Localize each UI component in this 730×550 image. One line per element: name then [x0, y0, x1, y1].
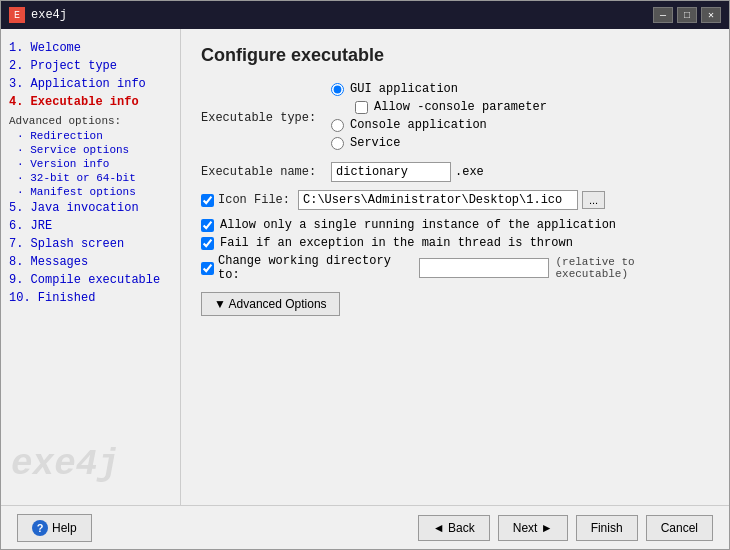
radio-gui-input[interactable] — [331, 83, 344, 96]
sidebar-item-splash-screen[interactable]: 7. Splash screen — [9, 235, 172, 253]
close-button[interactable]: ✕ — [701, 7, 721, 23]
window-body: 1. Welcome 2. Project type 3. Applicatio… — [1, 29, 729, 505]
executable-type-label: Executable type: — [201, 111, 331, 125]
bottom-bar: ? Help ◄ Back Next ► Finish Cancel — [1, 505, 729, 549]
allow-console-option: Allow -console parameter — [355, 100, 547, 114]
sidebar: 1. Welcome 2. Project type 3. Applicatio… — [1, 29, 181, 505]
icon-file-input[interactable] — [298, 190, 578, 210]
radio-console-option: Console application — [331, 118, 547, 132]
executable-name-row: Executable name: .exe — [201, 162, 709, 182]
sidebar-section-label: Advanced options: — [9, 115, 172, 127]
working-dir-label: Change working directory to: — [218, 254, 413, 282]
browse-button[interactable]: ... — [582, 191, 605, 209]
sidebar-item-exec-info[interactable]: 4. Executable info — [9, 93, 172, 111]
icon-file-container: Icon File: — [201, 193, 298, 207]
icon-file-label: Icon File: — [218, 193, 298, 207]
sidebar-item-compile-exec[interactable]: 9. Compile executable — [9, 271, 172, 289]
fail-exception-row: Fail if an exception in the main thread … — [201, 236, 709, 250]
help-icon: ? — [32, 520, 48, 536]
radio-service-label: Service — [350, 136, 400, 150]
sidebar-item-welcome[interactable]: 1. Welcome — [9, 39, 172, 57]
advanced-options-button[interactable]: ▼ Advanced Options — [201, 292, 340, 316]
sidebar-sub-32-64-bit[interactable]: · 32-bit or 64-bit — [9, 171, 172, 185]
help-button[interactable]: ? Help — [17, 514, 92, 542]
sidebar-item-finished[interactable]: 10. Finished — [9, 289, 172, 307]
relative-label: (relative to executable) — [555, 256, 709, 280]
maximize-button[interactable]: □ — [677, 7, 697, 23]
radio-gui-label: GUI application — [350, 82, 458, 96]
executable-name-label: Executable name: — [201, 165, 331, 179]
watermark: exe4j — [11, 444, 119, 485]
exe-suffix: .exe — [455, 165, 484, 179]
working-dir-input[interactable] — [419, 258, 549, 278]
executable-name-input[interactable] — [331, 162, 451, 182]
sidebar-sub-service-options[interactable]: · Service options — [9, 143, 172, 157]
cancel-button[interactable]: Cancel — [646, 515, 713, 541]
main-window: E exe4j — □ ✕ 1. Welcome 2. Project type… — [0, 0, 730, 550]
radio-console-input[interactable] — [331, 119, 344, 132]
title-bar: E exe4j — □ ✕ — [1, 1, 729, 29]
sidebar-item-project-type[interactable]: 2. Project type — [9, 57, 172, 75]
back-button[interactable]: ◄ Back — [418, 515, 490, 541]
window-title: exe4j — [31, 8, 67, 22]
fail-exception-checkbox[interactable] — [201, 237, 214, 250]
single-instance-label: Allow only a single running instance of … — [220, 218, 616, 232]
working-dir-checkbox[interactable] — [201, 262, 214, 275]
allow-console-checkbox[interactable] — [355, 101, 368, 114]
sidebar-item-app-info[interactable]: 3. Application info — [9, 75, 172, 93]
sidebar-item-java-invocation[interactable]: 5. Java invocation — [9, 199, 172, 217]
radio-console-label: Console application — [350, 118, 487, 132]
finish-button[interactable]: Finish — [576, 515, 638, 541]
executable-type-options: GUI application Allow -console parameter… — [331, 82, 547, 154]
radio-service-option: Service — [331, 136, 547, 150]
sidebar-sub-version-info[interactable]: · Version info — [9, 157, 172, 171]
title-controls: — □ ✕ — [653, 7, 721, 23]
minimize-button[interactable]: — — [653, 7, 673, 23]
page-title: Configure executable — [201, 45, 709, 66]
sidebar-item-jre[interactable]: 6. JRE — [9, 217, 172, 235]
single-instance-checkbox[interactable] — [201, 219, 214, 232]
main-content: Configure executable Executable type: GU… — [181, 29, 729, 505]
icon-file-checkbox[interactable] — [201, 194, 214, 207]
icon-file-row: Icon File: ... — [201, 190, 709, 210]
fail-exception-label: Fail if an exception in the main thread … — [220, 236, 573, 250]
sidebar-sub-manifest-options[interactable]: · Manifest options — [9, 185, 172, 199]
radio-gui-option: GUI application — [331, 82, 547, 96]
title-bar-left: E exe4j — [9, 7, 67, 23]
single-instance-row: Allow only a single running instance of … — [201, 218, 709, 232]
executable-type-row: Executable type: GUI application Allow -… — [201, 82, 709, 154]
help-label: Help — [52, 521, 77, 535]
allow-console-label: Allow -console parameter — [374, 100, 547, 114]
sidebar-item-messages[interactable]: 8. Messages — [9, 253, 172, 271]
radio-service-input[interactable] — [331, 137, 344, 150]
working-dir-row: Change working directory to: (relative t… — [201, 254, 709, 282]
next-button[interactable]: Next ► — [498, 515, 568, 541]
app-icon: E — [9, 7, 25, 23]
sidebar-sub-redirection[interactable]: · Redirection — [9, 129, 172, 143]
